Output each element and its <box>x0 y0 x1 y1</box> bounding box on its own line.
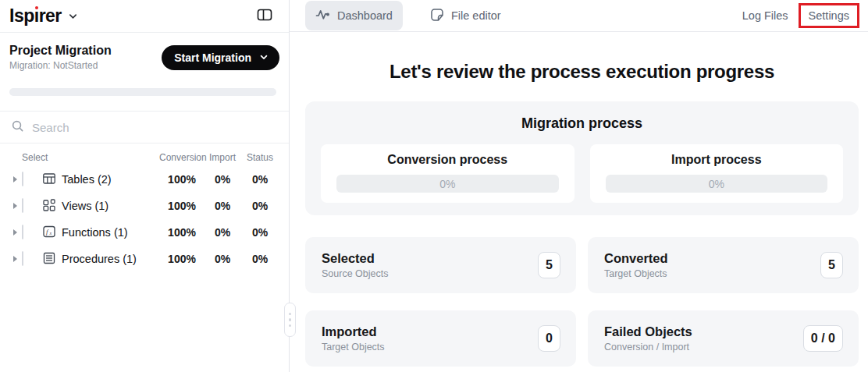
collapse-sidebar-button[interactable] <box>254 5 275 27</box>
main-panel: Dashboard File editor Log Files Settings… <box>290 0 868 372</box>
column-status: Status <box>240 152 279 163</box>
tab-label: Dashboard <box>337 9 393 22</box>
stat-value-badge: 5 <box>820 252 843 278</box>
tree-item-label: Tables (2) <box>62 173 112 186</box>
conversion-progress-value: 0% <box>439 178 455 190</box>
column-conversion: Conversion <box>159 152 205 163</box>
tab-dashboard[interactable]: Dashboard <box>305 1 403 30</box>
project-info: Project Migration Migration: NotStarted <box>9 44 112 71</box>
tree-row-functions: fx Functions (1) 100% 0% 0% <box>9 219 279 246</box>
logo-red-dot-i: ı <box>34 5 39 27</box>
expand-arrow-icon[interactable] <box>13 256 17 262</box>
logo-text: Isp <box>9 5 34 27</box>
brand-logo: Ispırer <box>9 5 62 27</box>
start-migration-button[interactable]: Start Migration <box>162 45 279 70</box>
stats-grid: Selected Source Objects 5 Converted Targ… <box>305 237 859 367</box>
stat-card-failed-objects: Failed Objects Conversion / Import 0 / 0 <box>588 310 859 367</box>
import-progress-bar: 0% <box>606 175 828 193</box>
project-title: Project Migration <box>9 44 112 58</box>
views-checkbox[interactable] <box>22 198 23 213</box>
tree-row-tables: Tables (2) 100% 0% 0% <box>9 166 279 193</box>
tree-item-label: Views (1) <box>62 200 108 212</box>
import-value: 0% <box>205 226 240 239</box>
stat-subtitle: Source Objects <box>322 268 388 279</box>
log-files-link[interactable]: Log Files <box>742 9 788 22</box>
brand-menu[interactable]: Ispırer <box>9 5 78 27</box>
search-bar <box>0 111 289 143</box>
sidebar: Ispırer Project Migration Migration: Not… <box>0 0 290 372</box>
stat-value-badge: 5 <box>538 252 560 278</box>
conversion-progress-bar: 0% <box>336 175 559 193</box>
tree-row-procedures: Procedures (1) 100% 0% 0% <box>9 246 279 272</box>
import-process-card: Import process 0% <box>590 144 844 203</box>
functions-checkbox[interactable] <box>22 225 23 239</box>
activity-icon <box>315 7 330 24</box>
tab-label: File editor <box>451 9 501 22</box>
svg-text:f: f <box>46 227 49 235</box>
tables-checkbox[interactable] <box>22 172 23 186</box>
procedures-icon <box>42 251 56 267</box>
import-process-title: Import process <box>606 153 828 167</box>
page-title: Let's review the process execution progr… <box>305 61 859 83</box>
conversion-process-title: Conversion process <box>336 153 559 167</box>
process-row: Conversion process 0% Import process 0% <box>321 144 843 203</box>
column-import: Import <box>205 152 240 163</box>
tree-item-label: Functions (1) <box>62 226 128 239</box>
stat-subtitle: Target Objects <box>322 342 385 353</box>
status-value: 0% <box>240 253 279 265</box>
import-value: 0% <box>205 253 240 265</box>
tab-file-editor[interactable]: File editor <box>420 2 511 30</box>
logo-text: rer <box>39 5 62 27</box>
conversion-value: 100% <box>159 173 205 186</box>
conversion-process-card: Conversion process 0% <box>321 144 575 203</box>
conversion-value: 100% <box>159 200 205 212</box>
stat-text: Failed Objects Conversion / Import <box>604 324 692 353</box>
expand-arrow-icon[interactable] <box>13 176 17 182</box>
stat-subtitle: Target Objects <box>604 268 668 279</box>
tree-item-tables[interactable]: Tables (2) <box>42 172 159 188</box>
migration-process-title: Migration process <box>321 115 843 132</box>
status-value: 0% <box>240 226 279 239</box>
start-migration-label: Start Migration <box>174 51 251 64</box>
stat-title: Converted <box>604 251 668 266</box>
import-value: 0% <box>205 200 240 212</box>
tables-icon <box>42 172 56 188</box>
functions-icon: fx <box>42 225 56 241</box>
expand-arrow-icon[interactable] <box>13 203 17 209</box>
stat-text: Selected Source Objects <box>322 251 388 279</box>
stat-title: Selected <box>322 251 388 266</box>
dashboard-content: Let's review the process execution progr… <box>290 32 868 372</box>
tree-header-row: Select Conversion Import Status <box>9 149 279 166</box>
tree-row-views: Views (1) 100% 0% 0% <box>9 193 279 219</box>
search-input[interactable] <box>32 121 278 134</box>
svg-text:x: x <box>49 231 52 236</box>
settings-link[interactable]: Settings <box>799 3 859 28</box>
stat-text: Imported Target Objects <box>322 324 385 353</box>
project-section: Project Migration Migration: NotStarted … <box>0 33 289 71</box>
conversion-value: 100% <box>159 226 205 239</box>
tree-item-functions[interactable]: fx Functions (1) <box>42 225 159 241</box>
stat-subtitle: Conversion / Import <box>604 342 692 353</box>
procedures-checkbox[interactable] <box>22 251 23 266</box>
stat-card-converted: Converted Target Objects 5 <box>588 237 859 293</box>
column-select: Select <box>22 152 159 163</box>
search-icon <box>11 119 24 136</box>
migration-process-card: Migration process Conversion process 0% … <box>305 101 859 215</box>
stat-value-badge: 0 <box>538 325 560 352</box>
sidebar-resize-handle[interactable] <box>284 303 296 337</box>
stat-text: Converted Target Objects <box>604 251 668 279</box>
status-value: 0% <box>240 200 279 212</box>
panel-layout-icon <box>256 6 273 26</box>
migration-progress-bar <box>9 88 276 96</box>
stat-card-imported: Imported Target Objects 0 <box>305 310 576 367</box>
tree-item-views[interactable]: Views (1) <box>42 198 159 214</box>
app-window: Ispırer Project Migration Migration: Not… <box>0 0 868 372</box>
views-icon <box>42 198 56 214</box>
topbar-links: Log Files Settings <box>742 9 860 22</box>
object-tree: Select Conversion Import Status Tables (… <box>0 143 289 272</box>
stat-value-badge: 0 / 0 <box>803 325 843 352</box>
chevron-down-icon <box>259 51 269 64</box>
tree-item-procedures[interactable]: Procedures (1) <box>42 251 159 267</box>
import-progress-value: 0% <box>709 178 724 190</box>
expand-arrow-icon[interactable] <box>13 229 17 236</box>
